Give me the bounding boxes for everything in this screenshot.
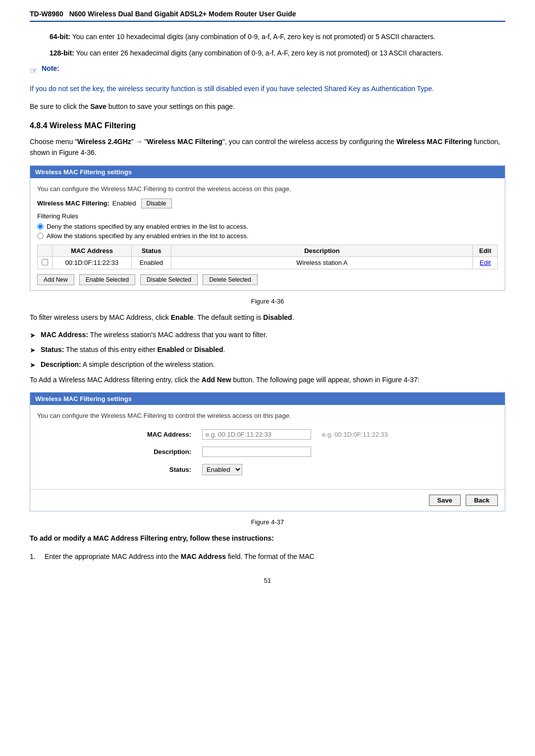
form-mac-label: MAC Address: [142, 426, 196, 443]
col-checkbox-header [38, 245, 53, 256]
row-desc-cell: Wireless station A [171, 256, 473, 269]
filter-intro: To filter wireless users by MAC Address,… [30, 312, 505, 323]
bit128-text: You can enter 26 hexadecimal digits (any… [76, 49, 443, 57]
instruction-heading-text: To add or modify a MAC Address Filtering… [30, 534, 274, 542]
bullet-mac-address: ➤ MAC Address: The wireless station's MA… [30, 330, 505, 341]
bullet-arrow-3: ➤ [30, 360, 36, 370]
row-checkbox-cell [38, 256, 53, 269]
radio-deny-row: Deny the stations specified by any enabl… [37, 223, 498, 230]
note-block: ☞ Note: [30, 64, 505, 76]
delete-selected-button[interactable]: Delete Selected [203, 274, 258, 285]
figure2-header: Wireless MAC Filtering settings [30, 393, 505, 405]
form-status-label: Status: [142, 461, 196, 478]
edit-link[interactable]: Edit [480, 259, 490, 266]
disable-button[interactable]: Disable [141, 199, 172, 208]
filtering-rules-title: Filtering Rules [37, 212, 498, 220]
save-button[interactable]: Save [429, 495, 461, 506]
table-row: 00:1D:0F:11:22:33 Enabled Wireless stati… [38, 256, 498, 269]
status-select[interactable]: Enabled Disabled [202, 464, 242, 475]
save-reminder: Be sure to click the Save button to save… [30, 101, 505, 112]
bit128-label: 128-bit: [50, 49, 74, 57]
figure1-box: Wireless MAC Filtering settings You can … [30, 165, 505, 291]
form-mac-cell [197, 426, 316, 443]
mac-example-text: e.g. 00:1D:0F:11:22:33 [322, 431, 388, 438]
bullet-arrow-1: ➤ [30, 330, 36, 341]
col-mac-header: MAC Address [53, 245, 132, 256]
row-mac-cell: 00:1D:0F:11:22:33 [53, 256, 132, 269]
bullet-desc-text: Description: A simple description of the… [41, 359, 215, 370]
disable-selected-button[interactable]: Disable Selected [140, 274, 198, 285]
note-text: If you do not set the key, the wireless … [30, 83, 505, 94]
page-number: 51 [30, 577, 505, 584]
enable-selected-button[interactable]: Enable Selected [79, 274, 135, 285]
step1-num: 1. [30, 551, 41, 562]
radio-allow-row: Allow the stations specified by any enab… [37, 232, 498, 240]
add-new-button[interactable]: Add New [37, 274, 74, 285]
figure2-body: You can configure the Wireless MAC Filte… [30, 405, 505, 489]
figure2-caption: Figure 4-37 [30, 518, 505, 526]
bullet-mac-text: MAC Address: The wireless station's MAC … [41, 330, 268, 340]
row-status-cell: Enabled [132, 256, 171, 269]
radio-deny-label: Deny the stations specified by any enabl… [47, 223, 248, 230]
radio-deny[interactable] [37, 223, 44, 230]
mac-filter-label: Wireless MAC Filtering: [37, 200, 109, 207]
bullet-status-text: Status: The status of this entry either … [41, 345, 225, 355]
bullet-status: ➤ Status: The status of this entry eithe… [30, 345, 505, 355]
model-label: TD-W8980 [30, 10, 63, 18]
page-header: TD-W8980 N600 Wireless Dual Band Gigabit… [30, 10, 505, 22]
figure1-caption: Figure 4-36 [30, 298, 505, 305]
row-edit-cell: Edit [473, 256, 498, 269]
section-heading: 4.8.4 Wireless MAC Filtering [30, 121, 505, 130]
note-label: Note: [42, 64, 59, 72]
form-desc-label: Description: [142, 444, 196, 460]
step1-item: 1. Enter the appropriate MAC Address int… [30, 551, 505, 562]
bit128-block: 128-bit: You can enter 26 hexadecimal di… [50, 48, 505, 58]
bit64-text: You can enter 10 hexadecimal digits (any… [72, 33, 435, 41]
bit64-label: 64-bit: [50, 33, 70, 41]
radio-allow-label: Allow the stations specified by any enab… [47, 232, 249, 240]
bit64-block: 64-bit: You can enter 10 hexadecimal dig… [50, 32, 505, 42]
mac-filtering-row: Wireless MAC Filtering: Enabled Disable [37, 199, 498, 208]
back-button[interactable]: Back [466, 495, 498, 506]
row-checkbox[interactable] [42, 259, 48, 265]
mac-table: MAC Address Status Description Edit 00:1… [37, 245, 498, 269]
form-status-cell: Enabled Disabled [197, 461, 316, 478]
form-desc-cell [197, 444, 316, 460]
form-table: MAC Address: e.g. 00:1D:0F:11:22:33 Desc… [141, 425, 394, 479]
instruction-heading: To add or modify a MAC Address Filtering… [30, 533, 505, 544]
figure1-btn-row: Add New Enable Selected Disable Selected… [37, 274, 498, 285]
form-mac-example: e.g. 00:1D:0F:11:22:33 [317, 426, 393, 443]
form-status-row: Status: Enabled Disabled [142, 461, 393, 478]
add-new-intro: To Add a Wireless MAC Address filtering … [30, 374, 505, 385]
bullet-description: ➤ Description: A simple description of t… [30, 359, 505, 370]
form-mac-row: MAC Address: e.g. 00:1D:0F:11:22:33 [142, 426, 393, 443]
col-status-header: Status [132, 245, 171, 256]
figure2-footer: Save Back [30, 489, 505, 511]
mac-filter-status: Enabled [112, 200, 136, 207]
figure1-body: You can configure the Wireless MAC Filte… [30, 178, 505, 290]
form-desc-row: Description: [142, 444, 393, 460]
figure2-info: You can configure the Wireless MAC Filte… [37, 412, 498, 419]
description-input[interactable] [202, 447, 311, 457]
col-desc-header: Description [171, 245, 473, 256]
radio-allow[interactable] [37, 233, 44, 239]
col-edit-header: Edit [473, 245, 498, 256]
note-icon: ☞ [30, 65, 38, 76]
figure2-box: Wireless MAC Filtering settings You can … [30, 392, 505, 511]
figure1-header: Wireless MAC Filtering settings [30, 166, 505, 178]
mac-address-input[interactable] [202, 429, 311, 440]
step1-text: Enter the appropriate MAC Address into t… [45, 551, 315, 562]
figure1-info: You can configure the Wireless MAC Filte… [37, 185, 498, 193]
intro-text: Choose menu "Wireless 2.4GHz" → "Wireles… [30, 136, 505, 158]
bullet-arrow-2: ➤ [30, 345, 36, 355]
guide-title: N600 Wireless Dual Band Gigabit ADSL2+ M… [69, 10, 296, 18]
